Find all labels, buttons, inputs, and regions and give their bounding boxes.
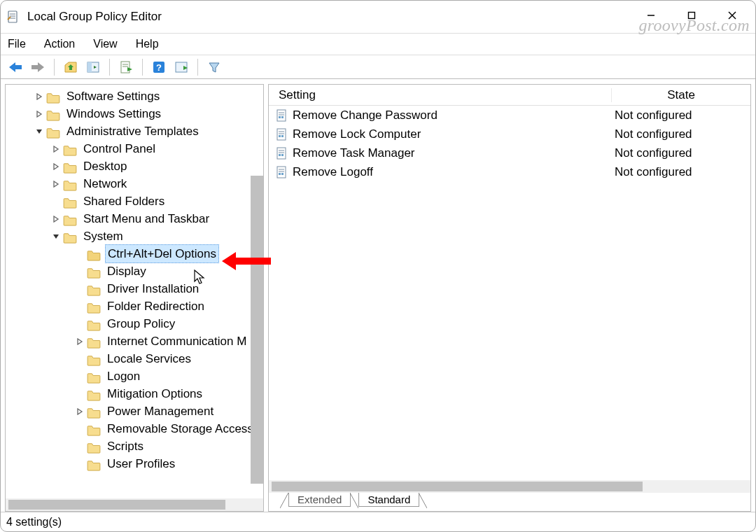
expand-toggle-icon[interactable] [50,181,62,188]
tree-item[interactable]: Power Management [11,402,263,420]
svg-rect-23 [277,129,286,140]
svg-rect-33 [277,167,286,178]
grid-body[interactable]: Remove Change PasswordNot configured Rem… [269,106,750,480]
close-button[interactable] [712,2,752,29]
policy-setting-icon [276,166,288,178]
tree-item[interactable]: Scripts [11,438,263,455]
tree-item[interactable]: Software Settings [11,88,263,105]
filter-options-button[interactable] [172,58,190,76]
folder-icon [63,161,77,172]
tree-item-label: User Profiles [105,455,177,472]
svg-rect-27 [281,135,284,137]
left-vertical-scrollbar[interactable] [251,176,263,484]
tree-item[interactable]: Logon [11,368,263,385]
menu-action[interactable]: Action [44,38,75,50]
tab-extended[interactable]: Extended [288,493,351,507]
maximize-button[interactable] [671,2,712,29]
column-header-setting[interactable]: Setting [269,88,612,102]
tree-item[interactable]: Control Panel [11,140,263,158]
tree-item[interactable]: User Profiles [11,455,263,472]
window-title: Local Group Policy Editor [27,10,162,24]
expand-toggle-icon[interactable] [50,163,62,170]
up-button[interactable] [62,58,80,76]
tree-item[interactable]: Administrative Templates [11,122,263,140]
setting-row[interactable]: Remove Change PasswordNot configured [269,106,750,125]
setting-row[interactable]: Remove Lock ComputerNot configured [269,125,750,144]
folder-icon [87,266,101,277]
tree-item[interactable]: Driver Installation [11,280,263,298]
filter-button[interactable] [205,58,223,76]
svg-rect-37 [281,173,284,175]
tree-item[interactable]: Mitigation Options [11,385,263,402]
tree-item[interactable]: Network [11,175,263,192]
setting-row[interactable]: Remove Task ManagerNot configured [269,144,750,162]
tree-item[interactable]: Internet Communication M [11,332,263,350]
folder-icon [87,336,101,347]
setting-name: Remove Change Password [293,108,612,122]
tab-edge-icon [280,493,288,508]
scrollbar-thumb[interactable] [8,500,225,510]
folder-icon [63,196,77,207]
toolbar: ? [1,55,755,79]
svg-rect-32 [281,154,284,156]
forward-button[interactable] [29,58,47,76]
tree-item[interactable]: Desktop [11,158,263,175]
expand-toggle-icon[interactable] [34,93,45,100]
tab-edge-icon [350,493,358,508]
folder-icon [87,458,101,470]
tree-item[interactable]: Ctrl+Alt+Del Options [11,245,263,262]
expand-toggle-icon[interactable] [34,128,45,135]
tree-pane: Software Settings Windows Settings Admin… [5,84,264,512]
tree-item[interactable]: Removable Storage Access [11,420,263,438]
minimize-button[interactable] [631,2,671,29]
tree-item-label: Logon [105,368,142,385]
right-horizontal-scrollbar[interactable] [269,480,750,493]
menu-view[interactable]: View [93,38,117,50]
folder-icon [46,126,60,137]
tree-item-label: Control Panel [81,140,158,158]
app-window: Local Group Policy Editor groovyPost.com… [0,0,756,532]
left-horizontal-scrollbar[interactable] [6,498,263,511]
tab-standard[interactable]: Standard [358,493,419,507]
export-list-button[interactable] [117,58,135,76]
toolbar-separator [109,59,110,76]
svg-rect-22 [281,116,284,118]
folder-icon [87,318,101,330]
tree-item-label: Administrative Templates [64,122,201,140]
content-area: Software Settings Windows Settings Admin… [1,79,755,512]
tree-item[interactable]: System [11,227,263,245]
expand-toggle-icon[interactable] [74,338,85,345]
scrollbar-thumb[interactable] [272,482,643,491]
tree-item-label: Network [81,175,129,192]
expand-toggle-icon[interactable] [50,146,62,153]
toolbar-separator [54,59,55,76]
setting-row[interactable]: Remove LogoffNot configured [269,162,750,181]
tree-item[interactable]: Windows Settings [11,105,263,122]
tree-item[interactable]: Locale Services [11,350,263,368]
tree-item-label: Desktop [81,158,129,175]
folder-icon [87,388,101,400]
setting-state: Not configured [612,165,750,179]
tree-item[interactable]: Shared Folders [11,192,263,210]
setting-state: Not configured [612,108,750,122]
svg-rect-36 [279,173,281,175]
folder-icon [87,354,101,365]
help-button[interactable]: ? [150,58,168,76]
expand-toggle-icon[interactable] [50,216,62,223]
back-button[interactable] [6,58,24,76]
tree-item[interactable]: Folder Redirection [11,298,263,315]
tree-item[interactable]: Display [11,262,263,280]
show-hide-tree-button[interactable] [84,58,102,76]
tree-item[interactable]: Start Menu and Taskbar [11,210,263,227]
folder-icon [87,441,101,452]
menu-help[interactable]: Help [136,38,159,50]
expand-toggle-icon[interactable] [34,111,45,118]
tree-item[interactable]: Group Policy [11,315,263,332]
tree-item-label: Windows Settings [64,105,163,122]
column-header-state[interactable]: State [612,88,750,102]
expand-toggle-icon[interactable] [74,408,85,415]
tree[interactable]: Software Settings Windows Settings Admin… [6,85,263,498]
tree-item-label: Ctrl+Alt+Del Options [105,244,219,263]
expand-toggle-icon[interactable] [50,233,62,240]
menu-file[interactable]: File [8,38,26,50]
